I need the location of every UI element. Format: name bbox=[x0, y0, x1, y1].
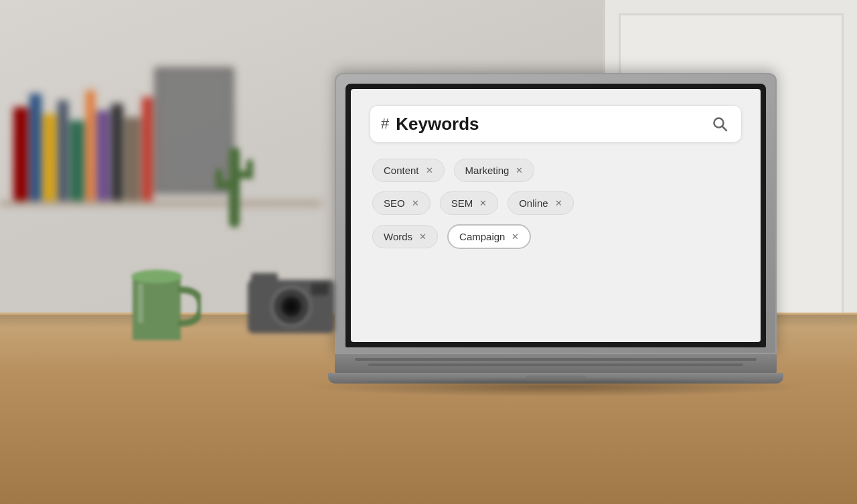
search-input-value[interactable]: Keywords bbox=[396, 114, 702, 135]
svg-rect-13 bbox=[229, 147, 240, 228]
svg-line-29 bbox=[722, 127, 726, 131]
svg-rect-9 bbox=[125, 117, 141, 201]
tag-label: Online bbox=[519, 197, 548, 209]
scene: # Keywords bbox=[0, 0, 857, 504]
svg-rect-2 bbox=[29, 94, 42, 201]
svg-rect-4 bbox=[58, 100, 68, 201]
screen-bezel: # Keywords bbox=[345, 84, 766, 347]
tag-close-icon[interactable]: ✕ bbox=[516, 165, 523, 175]
svg-rect-7 bbox=[96, 110, 110, 201]
mug bbox=[127, 263, 201, 350]
laptop-lid: # Keywords bbox=[335, 73, 777, 354]
tag-label: SEM bbox=[451, 197, 473, 209]
svg-rect-20 bbox=[138, 283, 143, 323]
hash-symbol: # bbox=[381, 115, 389, 133]
svg-rect-3 bbox=[43, 114, 56, 201]
tag-seo[interactable]: SEO ✕ bbox=[372, 191, 431, 215]
tag-close-icon[interactable]: ✕ bbox=[479, 198, 487, 208]
tag-close-icon[interactable]: ✕ bbox=[419, 232, 426, 242]
svg-point-27 bbox=[316, 286, 323, 292]
svg-rect-22 bbox=[251, 273, 278, 286]
tags-row-1: Content ✕ Marketing ✕ bbox=[372, 159, 739, 182]
cactus bbox=[214, 127, 254, 237]
tags-row-3: Words ✕ Campaign ✕ bbox=[372, 224, 739, 249]
svg-rect-8 bbox=[111, 104, 123, 201]
laptop: # Keywords bbox=[321, 73, 790, 384]
svg-rect-6 bbox=[86, 90, 95, 201]
tag-campaign[interactable]: Campaign ✕ bbox=[447, 224, 531, 249]
tag-label: Campaign bbox=[459, 231, 505, 242]
svg-point-19 bbox=[131, 270, 182, 283]
svg-rect-10 bbox=[142, 97, 153, 201]
search-icon-container[interactable] bbox=[709, 113, 730, 135]
bookshelf-blur bbox=[0, 54, 321, 254]
tag-online[interactable]: Online ✕ bbox=[508, 191, 573, 215]
search-bar[interactable]: # Keywords bbox=[370, 105, 742, 143]
tag-close-icon[interactable]: ✕ bbox=[412, 198, 419, 208]
svg-rect-5 bbox=[70, 120, 84, 201]
tag-marketing[interactable]: Marketing ✕ bbox=[454, 159, 535, 182]
tag-label: Content bbox=[384, 165, 419, 176]
search-icon bbox=[712, 116, 728, 132]
tag-sem[interactable]: SEM ✕ bbox=[440, 191, 499, 215]
svg-point-25 bbox=[286, 301, 297, 312]
keyboard-area bbox=[335, 354, 777, 373]
tag-words[interactable]: Words ✕ bbox=[372, 225, 438, 248]
tag-content[interactable]: Content ✕ bbox=[372, 159, 445, 182]
svg-rect-0 bbox=[0, 201, 321, 206]
tag-label: Words bbox=[384, 231, 412, 242]
tags-row-2: SEO ✕ SEM ✕ Online ✕ bbox=[372, 191, 739, 215]
svg-rect-15 bbox=[216, 169, 222, 189]
svg-rect-1 bbox=[13, 107, 28, 201]
tag-close-icon[interactable]: ✕ bbox=[555, 198, 562, 208]
tag-label: SEO bbox=[384, 197, 405, 209]
tag-close-icon[interactable]: ✕ bbox=[426, 165, 433, 175]
laptop-shadow bbox=[301, 377, 810, 397]
tag-close-icon[interactable]: ✕ bbox=[512, 232, 519, 242]
laptop-screen: # Keywords bbox=[351, 89, 761, 342]
svg-rect-17 bbox=[246, 159, 253, 179]
camera bbox=[248, 270, 341, 337]
tags-area: Content ✕ Marketing ✕ SEO bbox=[370, 153, 742, 254]
tag-label: Marketing bbox=[465, 165, 510, 176]
